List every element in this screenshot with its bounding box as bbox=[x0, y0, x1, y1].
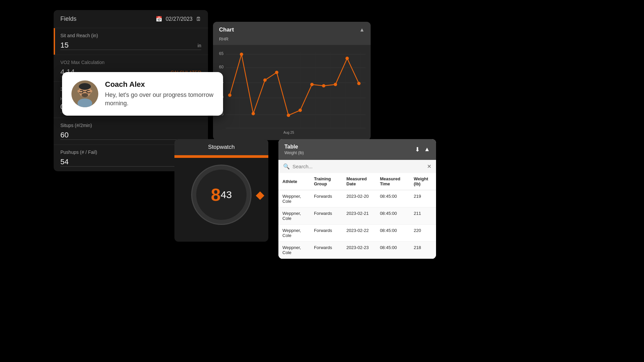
vo2-label: VO2 Max Calculation bbox=[60, 60, 201, 65]
table-header-row: Athlete Training Group Measured Date Mea… bbox=[278, 173, 436, 190]
stopwatch-circle-area: 8 43 bbox=[174, 158, 268, 232]
svg-point-34 bbox=[275, 71, 278, 74]
fields-date: 02/27/2023 bbox=[166, 16, 193, 22]
svg-point-30 bbox=[228, 94, 231, 97]
stopwatch-widget: Stopwatch 8 43 bbox=[174, 139, 268, 242]
circle-inner: 8 43 bbox=[196, 170, 247, 220]
table-cell: Weppner, Cole bbox=[278, 242, 310, 259]
coach-notification: Coach Alex Hey, let's go over our progre… bbox=[62, 72, 223, 116]
chart-subtitle: RHR bbox=[213, 35, 371, 45]
circle-outer: 8 43 bbox=[191, 165, 252, 225]
svg-point-35 bbox=[287, 114, 290, 117]
table-cell: 220 bbox=[410, 225, 436, 242]
coach-message: Hey, let's go over our progress tomorrow… bbox=[105, 91, 214, 108]
svg-point-8 bbox=[77, 90, 80, 93]
col-training-group: Training Group bbox=[310, 173, 342, 190]
stopwatch-title: Stopwatch bbox=[208, 144, 234, 150]
table-panel: Table Weight (lb) ⬇ ▲ 🔍 ✕ Athlete Traini… bbox=[278, 139, 436, 259]
search-clear-icon[interactable]: ✕ bbox=[427, 163, 431, 170]
chart-svg: 65 60 55 50 45 bbox=[216, 48, 367, 135]
table-cell: 08:45:00 bbox=[376, 190, 410, 207]
diamond-indicator bbox=[256, 191, 264, 200]
table-row: Weppner, ColeForwards2023-02-2308:45:002… bbox=[278, 242, 436, 259]
svg-point-41 bbox=[357, 82, 361, 85]
table-cell: Weppner, Cole bbox=[278, 207, 310, 225]
table-row: Weppner, ColeForwards2023-02-2208:45:002… bbox=[278, 225, 436, 242]
svg-text:60: 60 bbox=[219, 65, 224, 69]
situps-value: 60 bbox=[60, 131, 68, 139]
pushups-value: 54 bbox=[60, 158, 68, 166]
sit-reach-label: Sit and Reach (in) bbox=[60, 33, 201, 38]
table-cell: Weppner, Cole bbox=[278, 190, 310, 207]
chart-header: Chart ▲ bbox=[213, 22, 371, 35]
svg-point-40 bbox=[345, 57, 349, 60]
table-cell: 08:45:00 bbox=[376, 225, 410, 242]
table-subtitle: Weight (lb) bbox=[284, 150, 304, 155]
coach-avatar bbox=[71, 80, 98, 107]
svg-point-38 bbox=[322, 84, 325, 87]
table-cell: Forwards bbox=[310, 207, 342, 225]
stopwatch-header: Stopwatch bbox=[174, 139, 268, 155]
svg-point-32 bbox=[252, 112, 255, 115]
table-cell: 2023-02-22 bbox=[342, 225, 376, 242]
table-cell: 2023-02-20 bbox=[342, 190, 376, 207]
table-cell: 211 bbox=[410, 207, 436, 225]
svg-text:65: 65 bbox=[219, 51, 224, 56]
table-row: Weppner, ColeForwards2023-02-2108:45:002… bbox=[278, 207, 436, 225]
stopwatch-big: 8 bbox=[211, 186, 221, 203]
svg-point-39 bbox=[334, 83, 337, 86]
table-cell: 2023-02-23 bbox=[342, 242, 376, 259]
coach-name: Coach Alex bbox=[105, 80, 214, 89]
download-icon[interactable]: ⬇ bbox=[415, 146, 420, 153]
table-cell: 08:45:00 bbox=[376, 242, 410, 259]
search-icon: 🔍 bbox=[283, 163, 290, 170]
coach-text-area: Coach Alex Hey, let's go over our progre… bbox=[105, 80, 214, 108]
data-table: Athlete Training Group Measured Date Mea… bbox=[278, 173, 436, 259]
svg-point-9 bbox=[90, 90, 92, 93]
table-cell: Forwards bbox=[310, 225, 342, 242]
col-athlete: Athlete bbox=[278, 173, 310, 190]
table-cell: Weppner, Cole bbox=[278, 225, 310, 242]
sit-reach-unit: in bbox=[198, 43, 201, 48]
table-row: Weppner, ColeForwards2023-02-2008:45:002… bbox=[278, 190, 436, 207]
table-search-input[interactable] bbox=[292, 164, 424, 169]
svg-point-36 bbox=[299, 109, 302, 112]
svg-text:Aug 25: Aug 25 bbox=[283, 131, 294, 134]
fields-date-area: 📅 02/27/2023 🗓 bbox=[156, 16, 201, 22]
svg-point-31 bbox=[240, 53, 243, 56]
table-cell: 218 bbox=[410, 242, 436, 259]
table-body: Weppner, ColeForwards2023-02-2008:45:002… bbox=[278, 190, 436, 259]
sit-reach-section: Sit and Reach (in) 15 in bbox=[54, 28, 208, 55]
chart-title: Chart bbox=[219, 26, 234, 33]
table-cell: 2023-02-21 bbox=[342, 207, 376, 225]
situps-label: Situps (#/2min) bbox=[60, 123, 201, 128]
col-weight: Weight (lb) bbox=[410, 173, 436, 190]
table-title: Table bbox=[284, 144, 304, 150]
calendar-icon-2: 🗓 bbox=[196, 16, 201, 22]
chart-panel: Chart ▲ RHR 65 60 55 50 45 bbox=[213, 22, 371, 140]
svg-point-6 bbox=[82, 93, 88, 97]
fields-title: Fields bbox=[60, 15, 76, 22]
chevron-up-icon[interactable]: ▲ bbox=[359, 27, 365, 33]
sit-reach-value: 15 bbox=[60, 41, 68, 49]
table-icons: ⬇ ▲ bbox=[415, 146, 430, 153]
stopwatch-small: 43 bbox=[221, 189, 232, 200]
table-cell: 08:45:00 bbox=[376, 207, 410, 225]
svg-point-37 bbox=[310, 83, 314, 86]
col-measured-date: Measured Date bbox=[342, 173, 376, 190]
chevron-up-icon-table[interactable]: ▲ bbox=[424, 146, 430, 153]
calendar-icon: 📅 bbox=[156, 16, 162, 22]
col-measured-time: Measured Time bbox=[376, 173, 410, 190]
fields-header: Fields 📅 02/27/2023 🗓 bbox=[54, 10, 208, 28]
svg-point-33 bbox=[263, 78, 267, 82]
table-cell: 219 bbox=[410, 190, 436, 207]
table-search-row: 🔍 ✕ bbox=[278, 160, 436, 173]
table-cell: Forwards bbox=[310, 242, 342, 259]
stopwatch-progress-bar bbox=[174, 155, 268, 158]
svg-point-2 bbox=[79, 83, 91, 90]
chart-area: 65 60 55 50 45 bbox=[213, 45, 371, 140]
table-cell: Forwards bbox=[310, 190, 342, 207]
table-header: Table Weight (lb) ⬇ ▲ bbox=[278, 139, 436, 160]
